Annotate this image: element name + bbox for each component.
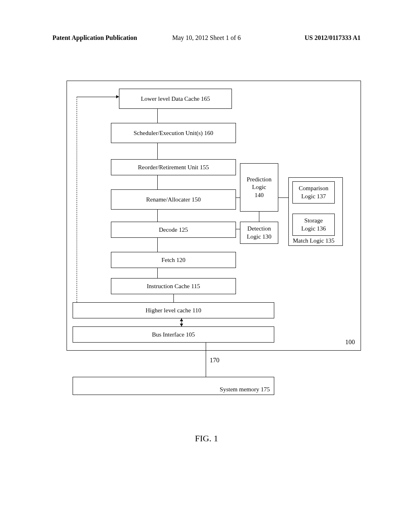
system-memory-label: System memory 175: [220, 386, 270, 393]
storage-logic-label-2: Logic 136: [301, 225, 326, 233]
match-logic-label: Match Logic 135: [293, 237, 334, 244]
detection-logic-label-2: Logic 130: [247, 233, 271, 241]
page-header: Patent Application Publication May 10, 2…: [0, 34, 413, 42]
connector-line: [206, 343, 206, 377]
comparison-logic-label-2: Logic 137: [301, 193, 326, 201]
header-date-sheet: May 10, 2012 Sheet 1 of 6: [172, 34, 241, 42]
connector-line: [157, 210, 158, 222]
block-bus-interface: Bus Interface 105: [73, 326, 274, 343]
arrow-up-icon: [180, 318, 183, 321]
connector-line: [173, 294, 174, 302]
detection-logic-label-1: Detection: [247, 225, 271, 233]
connector-line: [77, 97, 77, 302]
block-fetch: Fetch 120: [111, 252, 236, 268]
label-100: 100: [345, 339, 355, 346]
header-pub-number: US 2012/0117333 A1: [305, 34, 361, 42]
block-reorder-retirement: Reorder/Retirement Unit 155: [111, 159, 236, 175]
block-higher-level-cache: Higher level cache 110: [73, 302, 274, 318]
prediction-logic-label-2: Logic: [252, 183, 266, 191]
storage-logic-label-1: Storage: [305, 217, 323, 225]
block-system-memory: System memory 175: [73, 377, 274, 395]
connector-line: [278, 197, 288, 198]
block-lower-level-data-cache: Lower level Data Cache 165: [119, 89, 232, 109]
connector-line: [157, 143, 158, 159]
prediction-logic-label-1: Prediction: [247, 176, 272, 184]
block-storage-logic: Storage Logic 136: [292, 214, 335, 236]
header-publication: Patent Application Publication: [52, 34, 137, 42]
connector-line: [157, 268, 158, 278]
block-decode: Decode 125: [111, 222, 236, 238]
connector-line: [236, 229, 240, 229]
label-170: 170: [210, 357, 219, 364]
block-detection-logic: Detection Logic 130: [240, 222, 278, 244]
connector-line: [236, 197, 240, 198]
block-prediction-logic: Prediction Logic 140: [240, 163, 278, 212]
connector-line: [157, 238, 158, 252]
block-scheduler-execution: Scheduler/Execution Unit(s) 160: [111, 123, 236, 143]
block-rename-allocater: Rename/Allocater 150: [111, 189, 236, 210]
block-instruction-cache: Instruction Cache 115: [111, 278, 236, 294]
connector-line: [259, 212, 259, 222]
connector-line: [157, 109, 158, 123]
diagram-figure-1: Lower level Data Cache 165 Scheduler/Exe…: [67, 81, 361, 403]
connector-line: [77, 97, 119, 97]
comparison-logic-label-1: Comparison: [299, 185, 328, 193]
connector-line: [157, 175, 158, 189]
arrow-down-icon: [180, 324, 183, 326]
prediction-logic-label-3: 140: [254, 191, 264, 200]
figure-caption: FIG. 1: [0, 433, 413, 444]
arrow-right-icon: [116, 95, 119, 98]
block-comparison-logic: Comparison Logic 137: [292, 181, 335, 204]
